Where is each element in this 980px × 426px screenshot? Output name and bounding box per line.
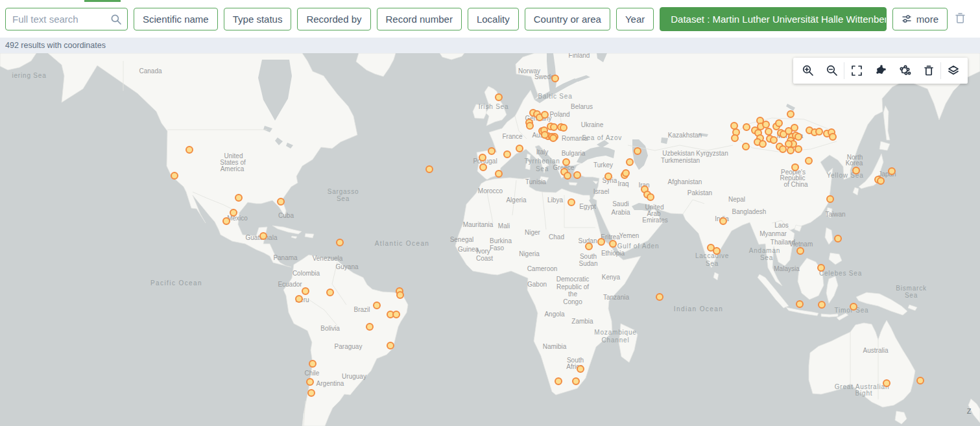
filter-button-year[interactable]: Year <box>616 8 654 30</box>
occurrence-marker[interactable] <box>763 121 769 128</box>
occurrence-marker[interactable] <box>397 292 403 298</box>
occurrence-marker[interactable] <box>806 158 812 164</box>
occurrence-marker[interactable] <box>260 233 267 239</box>
occurrence-marker[interactable] <box>504 151 510 158</box>
occurrence-marker[interactable] <box>278 198 284 205</box>
occurrence-marker[interactable] <box>327 289 333 296</box>
occurrence-marker[interactable] <box>647 194 654 200</box>
occurrence-marker[interactable] <box>819 302 825 308</box>
occurrence-marker[interactable] <box>816 128 822 135</box>
occurrence-marker[interactable] <box>623 170 629 176</box>
occurrence-marker[interactable] <box>780 146 786 152</box>
occurrence-marker[interactable] <box>555 378 562 385</box>
occurrence-marker[interactable] <box>374 302 380 309</box>
occurrence-marker[interactable] <box>634 148 641 154</box>
occurrence-marker[interactable] <box>850 303 857 310</box>
filter-button-type-status[interactable]: Type status <box>224 8 292 30</box>
draw-polygon-button[interactable] <box>868 58 892 84</box>
occurrence-marker[interactable] <box>426 166 433 172</box>
occurrence-marker[interactable] <box>713 248 720 254</box>
occurrence-marker[interactable] <box>853 167 859 174</box>
occurrence-marker[interactable] <box>552 75 558 82</box>
occurrence-marker[interactable] <box>393 311 400 318</box>
occurrence-marker[interactable] <box>830 134 836 140</box>
occurrence-marker[interactable] <box>883 380 890 386</box>
occurrence-marker[interactable] <box>889 168 895 174</box>
clear-filters-button[interactable] <box>953 11 967 27</box>
occurrence-marker[interactable] <box>743 143 749 150</box>
filter-button-scientific-name[interactable]: Scientific name <box>134 8 218 30</box>
occurrence-marker[interactable] <box>878 178 884 184</box>
occurrence-marker[interactable] <box>785 141 792 147</box>
occurrence-marker[interactable] <box>917 377 924 384</box>
occurrence-marker[interactable] <box>610 241 616 247</box>
occurrence-marker[interactable] <box>743 124 750 130</box>
occurrence-marker[interactable] <box>488 148 495 154</box>
occurrence-marker[interactable] <box>527 123 533 129</box>
occurrence-marker[interactable] <box>480 164 486 171</box>
filter-button-recorded-by[interactable]: Recorded by <box>297 8 370 30</box>
occurrence-marker[interactable] <box>787 111 794 117</box>
occurrence-marker[interactable] <box>656 294 663 300</box>
occurrence-marker[interactable] <box>171 172 178 179</box>
zoom-in-button[interactable] <box>796 58 820 84</box>
occurrence-marker[interactable] <box>309 361 316 367</box>
occurrence-marker[interactable] <box>479 154 486 161</box>
occurrence-marker[interactable] <box>577 366 584 372</box>
occurrence-marker[interactable] <box>720 218 726 224</box>
occurrence-marker[interactable] <box>771 137 777 143</box>
occurrence-marker[interactable] <box>366 324 373 330</box>
occurrence-marker[interactable] <box>542 132 548 138</box>
occurrence-marker[interactable] <box>230 209 237 216</box>
occurrence-map[interactable]: iering SeaCanadaUnitedStates ofAmericaSa… <box>0 53 980 426</box>
occurrence-marker[interactable] <box>795 134 802 140</box>
occurrence-marker[interactable] <box>818 265 824 271</box>
occurrence-marker[interactable] <box>795 146 802 152</box>
occurrence-marker[interactable] <box>235 195 242 201</box>
filter-button-locality[interactable]: Locality <box>468 8 519 30</box>
occurrence-marker[interactable] <box>560 124 567 131</box>
occurrence-marker[interactable] <box>223 218 230 224</box>
occurrence-marker[interactable] <box>765 128 772 135</box>
occurrence-marker[interactable] <box>598 239 604 245</box>
occurrence-marker[interactable] <box>568 199 575 206</box>
occurrence-marker[interactable] <box>387 342 394 349</box>
occurrence-marker[interactable] <box>496 171 502 177</box>
occurrence-marker[interactable] <box>605 173 612 180</box>
occurrence-marker[interactable] <box>787 147 794 154</box>
delete-drawing-button[interactable] <box>916 58 940 84</box>
search-input[interactable] <box>5 8 128 30</box>
layers-button[interactable] <box>941 58 965 84</box>
occurrence-marker[interactable] <box>186 147 193 153</box>
fullscreen-button[interactable] <box>844 58 868 84</box>
occurrence-marker[interactable] <box>296 296 302 302</box>
occurrence-marker[interactable] <box>732 135 738 141</box>
more-filters-button[interactable]: more <box>892 8 948 30</box>
occurrence-marker[interactable] <box>302 288 309 294</box>
occurrence-marker[interactable] <box>573 378 579 385</box>
occurrence-marker[interactable] <box>550 135 556 141</box>
active-filter-chip-dataset[interactable]: Dataset : Martin Luther Universität Hall… <box>660 7 887 31</box>
occurrence-marker[interactable] <box>574 172 580 178</box>
occurrence-marker[interactable] <box>308 390 315 396</box>
edit-polygon-button[interactable] <box>892 58 916 84</box>
occurrence-marker[interactable] <box>337 239 343 246</box>
occurrence-marker[interactable] <box>731 123 737 129</box>
zoom-out-button[interactable] <box>820 58 844 84</box>
occurrence-marker[interactable] <box>542 112 548 118</box>
occurrence-marker[interactable] <box>563 159 569 165</box>
occurrence-marker[interactable] <box>827 196 833 202</box>
occurrence-marker[interactable] <box>586 243 592 250</box>
occurrence-marker[interactable] <box>759 141 766 147</box>
filter-button-record-number[interactable]: Record number <box>377 8 462 30</box>
occurrence-marker[interactable] <box>791 124 798 131</box>
occurrence-marker[interactable] <box>627 159 633 165</box>
occurrence-marker[interactable] <box>797 248 804 254</box>
occurrence-marker[interactable] <box>835 235 841 242</box>
occurrence-marker[interactable] <box>776 120 782 126</box>
occurrence-marker[interactable] <box>796 301 803 307</box>
occurrence-marker[interactable] <box>307 379 313 385</box>
occurrence-marker[interactable] <box>551 124 557 130</box>
occurrence-marker[interactable] <box>516 145 523 152</box>
occurrence-marker[interactable] <box>792 164 798 171</box>
